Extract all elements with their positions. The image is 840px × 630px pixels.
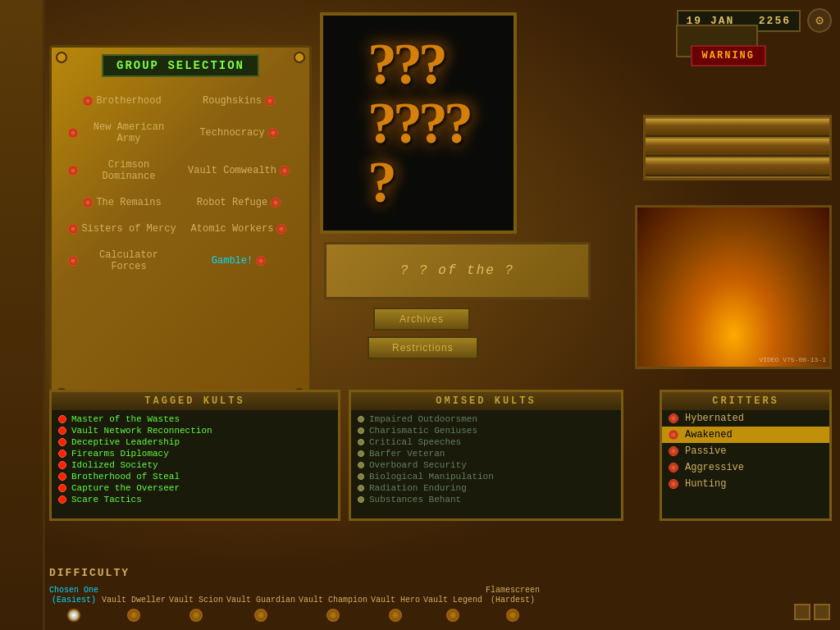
mystery-panel: ???????? bbox=[320, 12, 517, 234]
omised-kults-list: Impaired Outdoorsmen Charismatic Geniuse… bbox=[351, 410, 621, 509]
diff-radio bbox=[189, 609, 203, 622]
faction-brotherhood[interactable]: Brotherhood bbox=[65, 89, 180, 113]
kult-bullet bbox=[358, 427, 364, 434]
faction-robot-refuge[interactable]: Robot Refuge bbox=[181, 190, 296, 215]
corner-tr bbox=[294, 52, 305, 63]
critter-dot bbox=[669, 463, 678, 472]
faction-bullet bbox=[68, 224, 78, 234]
kult-item[interactable]: Master of the Wastes bbox=[58, 413, 331, 425]
kult-bullet bbox=[358, 439, 364, 445]
faction-image: VIDEO V75-00-13-1 bbox=[635, 205, 832, 369]
diff-radio bbox=[254, 609, 267, 622]
faction-bullet bbox=[68, 166, 78, 176]
kult-bullet bbox=[358, 473, 364, 480]
critter-passive[interactable]: Passive bbox=[662, 443, 829, 459]
faction-bullet bbox=[265, 96, 275, 106]
difficulty-panel: DIFFICULTY Chosen One(Easiest) Vault Dwe… bbox=[49, 567, 832, 622]
question-marks: ???????? bbox=[368, 34, 469, 212]
diff-vault-dweller[interactable]: Vault Dweller bbox=[102, 596, 166, 622]
diff-vault-hero[interactable]: Vault Hero bbox=[371, 596, 420, 622]
faction-sisters-of-mercy[interactable]: Sisters of Mercy bbox=[65, 217, 180, 241]
faction-roughskins[interactable]: Roughskins bbox=[181, 89, 296, 113]
archives-button[interactable]: Archives bbox=[373, 308, 470, 331]
faction-bullet bbox=[83, 198, 93, 208]
kult-bullet bbox=[58, 450, 66, 458]
faction-gamble[interactable]: Gamble! bbox=[181, 243, 296, 279]
diff-label: Vault Dweller bbox=[102, 596, 166, 605]
kult-item[interactable]: Capture the Overseer bbox=[58, 482, 331, 494]
diff-radio bbox=[389, 609, 402, 622]
diff-label: Vault Legend bbox=[423, 596, 482, 605]
critter-dot bbox=[669, 430, 678, 440]
group-selection-panel: GROUP SELECTION Brotherhood Roughskins N… bbox=[49, 45, 312, 406]
kult-item[interactable]: Biological Manipulation bbox=[358, 471, 614, 482]
diff-vault-legend[interactable]: Vault Legend bbox=[423, 596, 482, 622]
critter-aggressive[interactable]: Aggressive bbox=[662, 459, 829, 476]
left-edge-panel bbox=[0, 0, 45, 630]
faction-image-inner: VIDEO V75-00-13-1 bbox=[637, 208, 829, 367]
small-sq-right[interactable] bbox=[814, 604, 830, 620]
faction-bullet bbox=[271, 198, 281, 208]
faction-bullet bbox=[68, 256, 78, 266]
faction-crimson-dominance[interactable]: Crimson Dominance bbox=[65, 153, 180, 189]
diff-vault-scion[interactable]: Vault Scion bbox=[169, 596, 223, 622]
faction-calculator-forces[interactable]: Calculator Forces bbox=[65, 243, 180, 279]
small-sq-left[interactable] bbox=[794, 604, 810, 620]
kult-item[interactable]: Charismatic Geniuses bbox=[358, 425, 614, 436]
gear-icon[interactable]: ⚙ bbox=[807, 8, 832, 33]
diff-vault-guardian[interactable]: Vault Guardian bbox=[226, 596, 295, 622]
slats-panel bbox=[643, 115, 832, 180]
kult-bullet bbox=[58, 495, 66, 504]
kult-item[interactable]: Radiation Enduring bbox=[358, 482, 614, 494]
diff-label: Vault Hero bbox=[371, 596, 420, 605]
slat-1 bbox=[646, 119, 829, 137]
kult-bullet bbox=[358, 450, 364, 457]
critter-dot bbox=[669, 479, 678, 489]
diff-radio bbox=[326, 609, 340, 622]
kult-item[interactable]: Impaired Outdoorsmen bbox=[358, 413, 614, 425]
critter-hybernated[interactable]: Hybernated bbox=[662, 410, 829, 427]
faction-atomic-workers[interactable]: Atomic Workers bbox=[181, 217, 296, 241]
kult-item[interactable]: Idolized Society bbox=[58, 459, 331, 471]
kult-item[interactable]: Critical Speeches bbox=[358, 436, 614, 448]
corner-tl bbox=[56, 52, 67, 63]
diff-chosen-one[interactable]: Chosen One(Easiest) bbox=[49, 586, 98, 622]
kult-item[interactable]: Brotherhood of Steal bbox=[58, 471, 331, 482]
kult-bullet bbox=[58, 427, 66, 435]
critter-hunting[interactable]: Hunting bbox=[662, 476, 829, 492]
video-label: VIDEO V75-00-13-1 bbox=[759, 356, 826, 363]
kult-item[interactable]: Substances Behant bbox=[358, 494, 614, 505]
faction-bullet bbox=[268, 128, 278, 138]
faction-the-remains[interactable]: The Remains bbox=[65, 190, 180, 215]
omised-kults-title: OMISED KULTS bbox=[351, 392, 621, 410]
diff-label: Vault Scion bbox=[169, 596, 223, 605]
diff-flamescreen[interactable]: Flamescreen(Hardest) bbox=[486, 586, 540, 622]
kult-item[interactable]: Vault Network Reconnection bbox=[58, 425, 331, 436]
diff-vault-champion[interactable]: Vault Champion bbox=[299, 596, 368, 622]
difficulty-options: Chosen One(Easiest) Vault Dweller Vault … bbox=[49, 586, 832, 622]
diff-label: Vault Champion bbox=[299, 596, 368, 605]
faction-new-american-army[interactable]: New American Army bbox=[65, 115, 180, 151]
top-bar: 19 JAN 2256 ⚙ bbox=[677, 8, 832, 33]
kult-item[interactable]: Deceptive Leadership bbox=[58, 436, 331, 448]
tagged-kults-title: TAGGED KULTS bbox=[52, 392, 338, 410]
faction-bullet bbox=[256, 256, 266, 266]
kult-item[interactable]: Scare Tactics bbox=[58, 494, 331, 505]
critter-dot bbox=[669, 446, 678, 456]
critter-awakened[interactable]: Awakened bbox=[662, 427, 829, 443]
faction-bullet bbox=[276, 224, 286, 234]
warning-box: WARNING bbox=[691, 45, 766, 66]
kult-bullet bbox=[58, 461, 66, 469]
kult-bullet bbox=[358, 462, 364, 468]
faction-technocracy[interactable]: Technocracy bbox=[181, 115, 296, 151]
diff-label: Flamescreen(Hardest) bbox=[486, 586, 540, 605]
kult-item[interactable]: Overboard Security bbox=[358, 459, 614, 471]
kult-item[interactable]: Barfer Veteran bbox=[358, 448, 614, 459]
slat-2 bbox=[646, 139, 829, 157]
faction-name-text: ? ? of the ? bbox=[400, 263, 514, 278]
restrictions-button[interactable]: Restrictions bbox=[368, 336, 478, 359]
faction-vault-comwealth[interactable]: Vault Comwealth bbox=[181, 153, 296, 189]
omised-kults-panel: OMISED KULTS Impaired Outdoorsmen Charis… bbox=[349, 390, 623, 521]
kult-item[interactable]: Firearms Diplomacy bbox=[58, 448, 331, 459]
difficulty-title: DIFFICULTY bbox=[49, 567, 832, 579]
